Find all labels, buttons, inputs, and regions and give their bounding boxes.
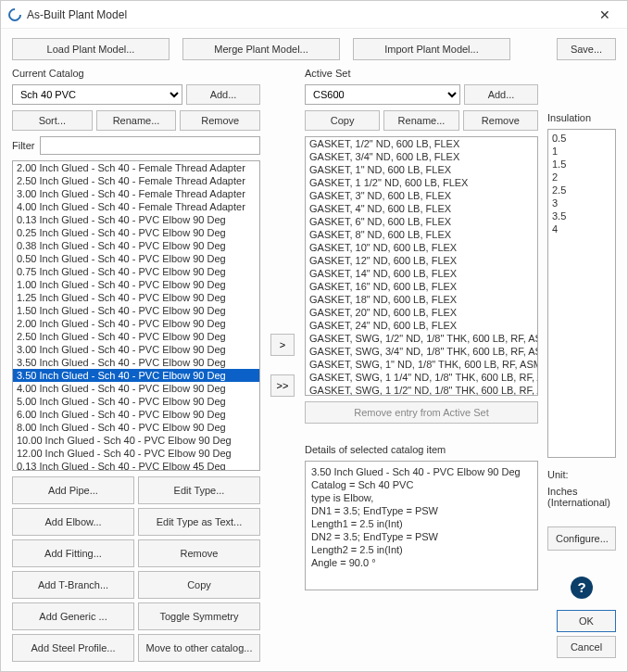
list-item[interactable]: 8.00 Inch Glued - Sch 40 - PVC Elbow 90 … bbox=[13, 421, 259, 434]
list-item[interactable]: 3.50 Inch Glued - Sch 40 - PVC Elbow 90 … bbox=[13, 356, 259, 369]
edit-type-button[interactable]: Edit Type... bbox=[138, 476, 260, 504]
list-item[interactable]: GASKET, 16" ND, 600 LB, FLEX bbox=[306, 280, 537, 293]
list-item[interactable]: 0.5 bbox=[552, 132, 611, 145]
list-item[interactable]: 2.00 Inch Glued - Sch 40 - PVC Elbow 90 … bbox=[13, 317, 259, 330]
import-model-button[interactable]: Import Plant Model... bbox=[353, 38, 510, 60]
catalog-select[interactable]: Sch 40 PVC bbox=[12, 84, 182, 105]
list-item[interactable]: 2.5 bbox=[552, 184, 611, 197]
cancel-button[interactable]: Cancel bbox=[557, 636, 616, 658]
list-item[interactable]: 1.5 bbox=[552, 158, 611, 171]
active-set-listbox[interactable]: GASKET, 1/2" ND, 600 LB, FLEXGASKET, 3/4… bbox=[305, 136, 538, 396]
active-rename-button[interactable]: Rename... bbox=[383, 110, 458, 131]
active-add-button[interactable]: Add... bbox=[464, 84, 538, 105]
list-item[interactable]: 3.5 bbox=[552, 209, 611, 222]
list-item[interactable]: 3.00 Inch Glued - Sch 40 - Female Thread… bbox=[13, 187, 259, 200]
list-item[interactable]: 0.25 Inch Glued - Sch 40 - PVC Elbow 90 … bbox=[13, 226, 259, 239]
add-pipe-button[interactable]: Add Pipe... bbox=[12, 476, 134, 504]
list-item[interactable]: GASKET, SWG, 3/4" ND, 1/8" THK, 600 LB, … bbox=[306, 345, 537, 358]
active-remove-button[interactable]: Remove bbox=[463, 110, 538, 131]
active-set-select[interactable]: CS600 bbox=[305, 84, 460, 105]
load-model-button[interactable]: Load Plant Model... bbox=[12, 38, 170, 60]
add-elbow-button[interactable]: Add Elbow... bbox=[12, 508, 134, 536]
list-item[interactable]: 6.00 Inch Glued - Sch 40 - PVC Elbow 90 … bbox=[13, 408, 259, 421]
list-item[interactable]: 2.50 Inch Glued - Sch 40 - PVC Elbow 90 … bbox=[13, 330, 259, 343]
list-item[interactable]: GASKET, 1" ND, 600 LB, FLEX bbox=[306, 163, 537, 176]
list-item[interactable]: 2 bbox=[552, 171, 611, 184]
list-item[interactable]: 1.50 Inch Glued - Sch 40 - PVC Elbow 90 … bbox=[13, 304, 259, 317]
list-item[interactable]: GASKET, 1/2" ND, 600 LB, FLEX bbox=[306, 137, 537, 150]
remove-entry-button[interactable]: Remove entry from Active Set bbox=[305, 401, 538, 424]
edit-type-text-button[interactable]: Edit Type as Text... bbox=[138, 508, 260, 536]
list-item[interactable]: GASKET, 18" ND, 600 LB, FLEX bbox=[306, 293, 537, 306]
catalog-listbox[interactable]: 2.00 Inch Glued - Sch 40 - Female Thread… bbox=[12, 160, 260, 471]
active-set-panel: Active Set CS600 Add... Copy Rename... R… bbox=[305, 68, 538, 662]
list-item[interactable]: GASKET, 4" ND, 600 LB, FLEX bbox=[306, 202, 537, 215]
filter-input[interactable] bbox=[40, 136, 260, 155]
move-right-button[interactable]: > bbox=[270, 334, 295, 356]
help-icon[interactable]: ? bbox=[571, 577, 593, 599]
toggle-symmetry-button[interactable]: Toggle Symmetry bbox=[138, 602, 260, 630]
add-fitting-button[interactable]: Add Fitting... bbox=[12, 539, 134, 567]
merge-model-button[interactable]: Merge Plant Model... bbox=[182, 38, 340, 60]
catalog-add-button[interactable]: Add... bbox=[186, 84, 260, 105]
list-item[interactable]: GASKET, 1 1/2" ND, 600 LB, FLEX bbox=[306, 176, 537, 189]
list-item[interactable]: GASKET, 20" ND, 600 LB, FLEX bbox=[306, 306, 537, 319]
list-item[interactable]: 3.00 Inch Glued - Sch 40 - PVC Elbow 90 … bbox=[13, 343, 259, 356]
list-item[interactable]: GASKET, 14" ND, 600 LB, FLEX bbox=[306, 267, 537, 280]
list-item[interactable]: 12.00 Inch Glued - Sch 40 - PVC Elbow 90… bbox=[13, 447, 259, 460]
list-item[interactable]: 0.75 Inch Glued - Sch 40 - PVC Elbow 90 … bbox=[13, 265, 259, 278]
list-item[interactable]: GASKET, SWG, 1 1/2" ND, 1/8" THK, 600 LB… bbox=[306, 384, 537, 396]
list-item[interactable]: 1.00 Inch Glued - Sch 40 - PVC Elbow 90 … bbox=[13, 278, 259, 291]
configure-button[interactable]: Configure... bbox=[547, 526, 616, 551]
list-item[interactable]: GASKET, 8" ND, 600 LB, FLEX bbox=[306, 228, 537, 241]
list-item[interactable]: GASKET, 24" ND, 600 LB, FLEX bbox=[306, 319, 537, 332]
remove-item-button[interactable]: Remove bbox=[138, 539, 260, 567]
list-item[interactable]: 0.13 Inch Glued - Sch 40 - PVC Elbow 45 … bbox=[13, 460, 259, 471]
save-button[interactable]: Save... bbox=[557, 38, 616, 60]
add-generic-button[interactable]: Add Generic ... bbox=[12, 602, 134, 630]
titlebar: As-Built Plant Model ✕ bbox=[1, 1, 627, 29]
active-copy-button[interactable]: Copy bbox=[305, 110, 380, 131]
move-all-right-button[interactable]: >> bbox=[270, 374, 295, 397]
active-set-label: Active Set bbox=[305, 68, 538, 79]
move-catalog-button[interactable]: Move to other catalog... bbox=[138, 634, 260, 662]
catalog-sort-button[interactable]: Sort... bbox=[12, 110, 93, 131]
list-item[interactable]: 4.00 Inch Glued - Sch 40 - PVC Elbow 90 … bbox=[13, 382, 259, 395]
catalog-action-grid: Add Pipe... Edit Type... Add Elbow... Ed… bbox=[12, 476, 260, 662]
list-item[interactable]: GASKET, 3" ND, 600 LB, FLEX bbox=[306, 189, 537, 202]
list-item[interactable]: 0.38 Inch Glued - Sch 40 - PVC Elbow 90 … bbox=[13, 239, 259, 252]
add-steel-button[interactable]: Add Steel Profile... bbox=[12, 634, 134, 662]
list-item[interactable]: 1.25 Inch Glued - Sch 40 - PVC Elbow 90 … bbox=[13, 291, 259, 304]
list-item[interactable]: 0.13 Inch Glued - Sch 40 - PVC Elbow 90 … bbox=[13, 213, 259, 226]
list-item[interactable]: 1 bbox=[552, 145, 611, 158]
list-item[interactable]: 3.50 Inch Glued - Sch 40 - PVC Elbow 90 … bbox=[13, 369, 259, 382]
list-item[interactable]: 0.50 Inch Glued - Sch 40 - PVC Elbow 90 … bbox=[13, 252, 259, 265]
catalog-remove-button[interactable]: Remove bbox=[180, 110, 260, 131]
list-item[interactable]: GASKET, SWG, 1 1/4" ND, 1/8" THK, 600 LB… bbox=[306, 371, 537, 384]
list-item[interactable]: GASKET, 6" ND, 600 LB, FLEX bbox=[306, 215, 537, 228]
close-icon[interactable]: ✕ bbox=[590, 7, 620, 22]
details-label: Details of selected catalog item bbox=[305, 444, 538, 455]
add-tbranch-button[interactable]: Add T-Branch... bbox=[12, 571, 134, 599]
details-textbox[interactable]: 3.50 Inch Glued - Sch 40 - PVC Elbow 90 … bbox=[305, 461, 538, 590]
list-item[interactable]: 10.00 Inch Glued - Sch 40 - PVC Elbow 90… bbox=[13, 434, 259, 447]
list-item[interactable]: 4.00 Inch Glued - Sch 40 - Female Thread… bbox=[13, 200, 259, 213]
copy-item-button[interactable]: Copy bbox=[138, 571, 260, 599]
top-button-row: Load Plant Model... Merge Plant Model...… bbox=[12, 38, 616, 60]
list-item[interactable]: GASKET, SWG, 1" ND, 1/8" THK, 600 LB, RF… bbox=[306, 358, 537, 371]
window-title: As-Built Plant Model bbox=[27, 8, 590, 21]
list-item[interactable]: 5.00 Inch Glued - Sch 40 - PVC Elbow 90 … bbox=[13, 395, 259, 408]
list-item[interactable]: 2.50 Inch Glued - Sch 40 - Female Thread… bbox=[13, 174, 259, 187]
ok-button[interactable]: OK bbox=[557, 610, 616, 632]
content-area: Load Plant Model... Merge Plant Model...… bbox=[1, 29, 627, 671]
list-item[interactable]: 3 bbox=[552, 197, 611, 209]
insulation-listbox[interactable]: 0.511.522.533.54 bbox=[547, 129, 616, 458]
catalog-rename-button[interactable]: Rename... bbox=[96, 110, 177, 131]
list-item[interactable]: GASKET, 3/4" ND, 600 LB, FLEX bbox=[306, 150, 537, 163]
list-item[interactable]: GASKET, 12" ND, 600 LB, FLEX bbox=[306, 254, 537, 267]
list-item[interactable]: GASKET, SWG, 1/2" ND, 1/8" THK, 600 LB, … bbox=[306, 332, 537, 345]
app-icon bbox=[6, 6, 24, 24]
list-item[interactable]: 4 bbox=[552, 222, 611, 235]
list-item[interactable]: 2.00 Inch Glued - Sch 40 - Female Thread… bbox=[13, 161, 259, 174]
list-item[interactable]: GASKET, 10" ND, 600 LB, FLEX bbox=[306, 241, 537, 254]
